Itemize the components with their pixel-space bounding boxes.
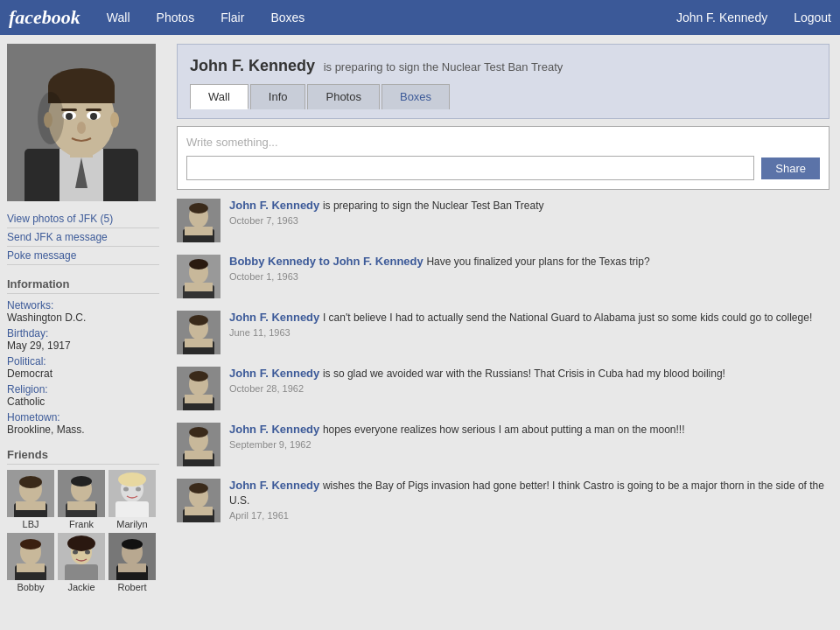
friends-grid: LBJ Frank <box>7 470 159 592</box>
svg-point-40 <box>20 539 41 550</box>
svg-point-18 <box>110 112 119 128</box>
post-4-avatar <box>177 423 220 466</box>
information-section: Information Networks: Washington D.C. Bi… <box>7 277 159 436</box>
info-political-value: Democrat <box>7 368 159 380</box>
post-3-date: October 28, 1962 <box>229 383 830 394</box>
post-5: John F. Kennedy wishes the Bay of Pigs i… <box>177 479 830 522</box>
info-birthday-value: May 29, 1917 <box>7 340 159 352</box>
nav-logout[interactable]: Logout <box>794 10 831 24</box>
post-3-author: John F. Kennedy <box>229 367 319 380</box>
friend-marilyn-avatar <box>108 470 156 517</box>
svg-rect-28 <box>67 501 95 510</box>
nav-wall[interactable]: Wall <box>107 10 130 24</box>
friend-jackie-avatar <box>58 533 105 580</box>
post-0-author: John F. Kennedy <box>229 199 319 212</box>
profile-name: John F. Kennedy <box>190 57 315 74</box>
profile-header: John F. Kennedy is preparing to sign the… <box>177 44 830 119</box>
profile-status: is preparing to sign the Nuclear Test Ba… <box>324 60 564 74</box>
sidebar-action-links: View photos of JFK (5) Send JFK a messag… <box>7 210 159 265</box>
info-networks-label: Networks: <box>7 299 159 312</box>
share-button[interactable]: Share <box>761 158 820 179</box>
friend-jackie-name: Jackie <box>58 582 105 592</box>
post-2-date: June 11, 1963 <box>229 327 830 338</box>
svg-point-76 <box>189 427 208 438</box>
info-political-label: Political: <box>7 355 159 368</box>
svg-rect-70 <box>185 395 213 403</box>
svg-point-16 <box>77 122 86 134</box>
post-1-content: Bobby Kennedy to John F. Kennedy Have yo… <box>229 255 830 282</box>
friend-lbj[interactable]: LBJ <box>7 470 54 529</box>
svg-point-24 <box>19 476 42 488</box>
friend-jackie[interactable]: Jackie <box>58 533 105 592</box>
post-1-avatar <box>177 255 220 298</box>
friend-marilyn[interactable]: Marilyn <box>108 470 156 529</box>
nav-profile-name[interactable]: John F. Kennedy <box>676 10 767 24</box>
post-4-author: John F. Kennedy <box>229 423 319 436</box>
post-0: John F. Kennedy is preparing to sign the… <box>177 199 830 242</box>
tab-photos[interactable]: Photos <box>307 84 379 109</box>
info-hometown-label: Hometown: <box>7 411 159 424</box>
svg-point-12 <box>66 113 73 120</box>
information-title: Information <box>7 277 159 294</box>
write-input[interactable] <box>186 156 754 180</box>
post-0-content: John F. Kennedy is preparing to sign the… <box>229 199 830 226</box>
post-4-text: hopes everyone realizes how serious I am… <box>323 424 685 436</box>
profile-picture <box>7 44 156 201</box>
poke-message-link[interactable]: Poke message <box>7 247 159 265</box>
info-networks-value: Washington D.C. <box>7 312 159 324</box>
friend-bobby[interactable]: Bobby <box>7 533 54 592</box>
svg-point-71 <box>189 371 208 382</box>
friend-frank[interactable]: Frank <box>58 470 105 529</box>
tab-wall[interactable]: Wall <box>190 84 248 109</box>
svg-rect-43 <box>65 564 98 580</box>
profile-tabs: Wall Info Photos Boxes <box>190 84 816 109</box>
friend-bobby-name: Bobby <box>7 582 54 592</box>
post-2-avatar <box>177 311 220 354</box>
send-message-link[interactable]: Send JFK a message <box>7 228 159 247</box>
facebook-logo: facebook <box>9 6 80 29</box>
friend-frank-name: Frank <box>58 519 105 529</box>
friend-lbj-avatar <box>7 470 54 517</box>
svg-rect-14 <box>61 108 77 111</box>
friend-robert[interactable]: Robert <box>108 533 156 592</box>
svg-point-35 <box>136 487 141 492</box>
nav-photos[interactable]: Photos <box>157 10 195 24</box>
svg-point-46 <box>85 550 90 555</box>
svg-rect-80 <box>185 507 213 515</box>
view-photos-link[interactable]: View photos of JFK (5) <box>7 210 159 228</box>
svg-rect-55 <box>185 227 213 235</box>
svg-rect-65 <box>185 339 213 347</box>
svg-rect-50 <box>118 564 146 572</box>
info-birthday-label: Birthday: <box>7 327 159 340</box>
svg-point-66 <box>189 315 208 326</box>
svg-point-19 <box>38 92 64 144</box>
nav-boxes[interactable]: Boxes <box>270 10 304 24</box>
feed: John F. Kennedy is preparing to sign the… <box>177 199 830 522</box>
post-0-avatar <box>177 199 220 242</box>
tab-info[interactable]: Info <box>250 84 306 109</box>
post-3: John F. Kennedy is so glad we avoided wa… <box>177 367 830 410</box>
tab-boxes[interactable]: Boxes <box>382 84 450 109</box>
svg-point-51 <box>122 539 143 550</box>
nav-flair[interactable]: Flair <box>220 10 244 24</box>
svg-point-29 <box>71 476 92 486</box>
friend-robert-name: Robert <box>108 582 156 592</box>
info-religion-label: Religion: <box>7 383 159 396</box>
top-navigation: facebook Wall Photos Flair Boxes John F.… <box>0 0 840 35</box>
svg-point-44 <box>67 536 95 551</box>
friends-section: Friends LBJ <box>7 448 159 592</box>
friends-title: Friends <box>7 448 159 465</box>
friend-bobby-avatar <box>7 533 54 580</box>
nav-right-links: John F. Kennedy Logout <box>676 10 831 24</box>
post-2-content: John F. Kennedy I can't believe I had to… <box>229 311 830 338</box>
write-row: Share <box>186 156 820 180</box>
post-2: John F. Kennedy I can't believe I had to… <box>177 311 830 354</box>
post-1-text: Have you finalized your plans for the Te… <box>426 256 649 268</box>
friend-frank-avatar <box>58 470 105 517</box>
post-2-text: I can't believe I had to actually send t… <box>323 312 812 324</box>
post-0-date: October 7, 1963 <box>229 215 830 226</box>
write-placeholder: Write something... <box>186 136 820 149</box>
post-3-text: is so glad we avoided war with the Russi… <box>323 368 725 380</box>
info-hometown-value: Brookline, Mass. <box>7 424 159 436</box>
post-5-date: April 17, 1961 <box>229 510 830 521</box>
